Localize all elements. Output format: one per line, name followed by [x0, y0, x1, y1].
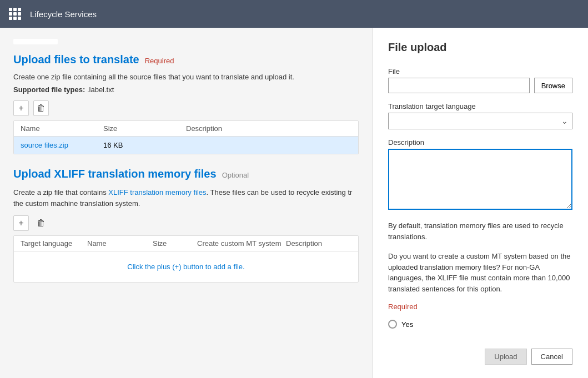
- file-field-group: File Browse: [388, 67, 572, 93]
- upload-files-title-text: Upload files to translate: [13, 53, 139, 66]
- col-custom-mt: Create custom MT system: [197, 239, 286, 248]
- supported-types-label: Supported file types:: [13, 85, 85, 94]
- yes-label: Yes: [401, 320, 413, 329]
- file-text-input[interactable]: [388, 78, 530, 93]
- upload-files-section-title: Upload files to translate Required: [13, 53, 359, 66]
- browse-button[interactable]: Browse: [534, 78, 572, 93]
- add-file-button[interactable]: +: [13, 100, 29, 116]
- xliff-desc-part1: Create a zip file that contains XLIFF tr…: [13, 188, 352, 196]
- right-panel: File upload File Browse Translation targ…: [372, 28, 588, 378]
- required-label: Required: [388, 303, 418, 311]
- col-size: Size: [103, 124, 186, 133]
- upload-button[interactable]: Upload: [485, 349, 526, 365]
- panel-title: File upload: [388, 41, 572, 54]
- xliff-title-text: Upload XLIFF translation memory files: [13, 168, 217, 180]
- upload-files-description: Create one zip file containing all the s…: [13, 73, 359, 81]
- file-label: File: [388, 67, 572, 75]
- cancel-button[interactable]: Cancel: [531, 349, 572, 365]
- info-text-2-group: Do you want to create a custom MT system…: [388, 251, 572, 311]
- scroll-placeholder: [13, 39, 58, 44]
- description-textarea[interactable]: [388, 149, 572, 210]
- file-size: 16 KB: [103, 141, 186, 149]
- info-text-2: Do you want to create a custom MT system…: [388, 251, 572, 294]
- description-group: Description: [388, 138, 572, 211]
- col-name: Name: [87, 239, 153, 248]
- app-title: Lifecycle Services: [30, 9, 97, 19]
- xliff-optional-badge: Optional: [222, 171, 249, 179]
- xliff-section-title: Upload XLIFF translation memory files Op…: [13, 168, 359, 180]
- file-description: [186, 141, 351, 149]
- delete-xliff-button[interactable]: 🗑: [33, 215, 49, 231]
- col-description: Description: [186, 124, 351, 133]
- col-description: Description: [286, 239, 351, 248]
- yes-radio-row: Yes: [388, 320, 572, 329]
- col-name: Name: [21, 124, 103, 133]
- translation-target-select[interactable]: [388, 113, 572, 129]
- translation-target-group: Translation target language: [388, 102, 572, 129]
- xliff-description: Create a zip file that contains XLIFF tr…: [13, 187, 359, 209]
- xliff-table: Target language Name Size Create custom …: [13, 235, 359, 283]
- supported-types-value: .label.txt: [87, 85, 114, 94]
- description-label: Description: [388, 138, 572, 147]
- xliff-link[interactable]: XLIFF translation memory files: [108, 188, 206, 196]
- translation-target-select-wrapper: [388, 113, 572, 129]
- xliff-desc-part2: the custom machine translation system.: [13, 199, 140, 208]
- col-size: Size: [153, 239, 197, 248]
- table-row[interactable]: source files.zip 16 KB: [14, 137, 358, 154]
- upload-files-toolbar: + 🗑: [13, 100, 359, 116]
- main-layout: Upload files to translate Required Creat…: [0, 28, 588, 378]
- yes-radio-button[interactable]: [388, 320, 397, 329]
- file-input-row: Browse: [388, 78, 572, 93]
- xliff-table-header: Target language Name Size Create custom …: [14, 236, 358, 251]
- file-name: source files.zip: [21, 141, 103, 149]
- upload-files-table: Name Size Description source files.zip 1…: [13, 120, 359, 154]
- info-text-1: By default, translation memory files are…: [388, 220, 572, 242]
- translation-target-label: Translation target language: [388, 102, 572, 110]
- col-target-lang: Target language: [21, 239, 87, 248]
- upload-files-table-header: Name Size Description: [14, 121, 358, 137]
- delete-file-button[interactable]: 🗑: [33, 100, 49, 116]
- supported-types-text: Supported file types: .label.txt: [13, 85, 359, 94]
- upload-files-required-badge: Required: [145, 57, 174, 65]
- add-xliff-button[interactable]: +: [13, 215, 29, 231]
- xliff-toolbar: + 🗑: [13, 215, 359, 231]
- apps-menu-icon[interactable]: [9, 8, 21, 20]
- left-panel: Upload files to translate Required Creat…: [0, 28, 372, 378]
- xliff-table-body: Click the plus (+) button to add a file.: [14, 251, 358, 282]
- action-row: Upload Cancel: [388, 344, 572, 365]
- app-header: Lifecycle Services: [0, 0, 588, 28]
- xliff-empty-message: Click the plus (+) button to add a file.: [127, 263, 244, 271]
